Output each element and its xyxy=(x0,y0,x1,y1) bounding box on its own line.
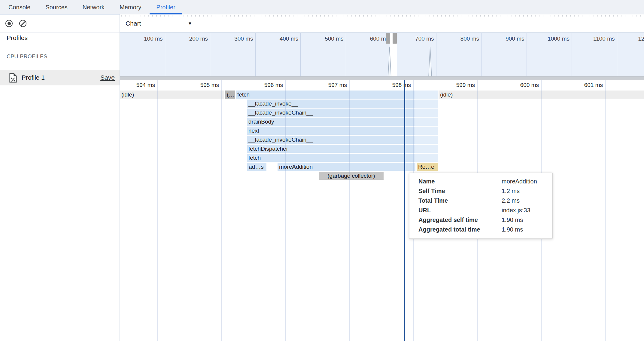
tooltip-value: 1.90 ms xyxy=(502,215,523,225)
tab-profiler[interactable]: Profiler xyxy=(150,0,182,14)
truncated-bar[interactable]: (… xyxy=(225,91,235,99)
flame-bar[interactable]: __facade_invokeChain__ xyxy=(247,109,438,117)
tooltip-value: moreAddition xyxy=(502,177,537,186)
flame-ruler-label: 601 ms xyxy=(566,80,603,90)
tooltip-row: Aggregated self time1.90 ms xyxy=(418,215,545,225)
tooltip-label: Aggregated total time xyxy=(418,225,502,234)
flame-gridline xyxy=(605,80,606,341)
tooltip-value: index.js:33 xyxy=(502,205,530,215)
tab-memory[interactable]: Memory xyxy=(113,0,148,14)
timeline-overview[interactable]: 100 ms200 ms300 ms400 ms500 ms600 ms700 … xyxy=(120,32,644,76)
flame-bar[interactable]: moreAddition xyxy=(278,163,415,171)
flame-ruler-label: 594 ms xyxy=(118,80,155,90)
profile-document-icon xyxy=(9,73,17,84)
flame-ruler-label: 597 ms xyxy=(310,80,347,90)
hot-bar[interactable]: Re…e xyxy=(417,163,438,171)
flame-bar[interactable]: ad…s xyxy=(247,163,266,171)
tab-console[interactable]: Console xyxy=(2,0,37,14)
flame-bar[interactable]: __facade_invoke__ xyxy=(247,100,438,108)
flame-ruler-label: 596 ms xyxy=(246,80,283,90)
flame-gridline xyxy=(221,80,222,341)
flame-gridline xyxy=(285,80,286,341)
flame-bar[interactable]: __facade_invokeChain__ xyxy=(247,136,438,144)
idle-bar: (idle) xyxy=(120,91,224,99)
clear-profiles-button[interactable] xyxy=(19,20,26,27)
chevron-down-icon: ▼ xyxy=(188,14,192,32)
tooltip-row: NamemoreAddition xyxy=(418,177,545,186)
overview-flame-divider xyxy=(120,76,644,80)
tooltip-row: URLindex.js:33 xyxy=(418,205,545,215)
tooltip-row: Self Time1.2 ms xyxy=(418,186,545,196)
playhead-line[interactable] xyxy=(404,80,405,341)
flame-bar[interactable]: fetchDispatcher xyxy=(247,145,438,153)
tab-network[interactable]: Network xyxy=(76,0,111,14)
profiles-sidebar: Profiles CPU PROFILES Profile 1 Save xyxy=(0,14,120,341)
flame-ruler-label: 598 ms xyxy=(374,80,411,90)
tooltip-label: Aggregated self time xyxy=(418,215,502,225)
flame-bar[interactable]: fetch xyxy=(247,154,438,162)
save-profile-link[interactable]: Save xyxy=(100,70,115,85)
flame-ruler-label: 600 ms xyxy=(502,80,539,90)
flame-ruler-label: 595 ms xyxy=(182,80,219,90)
tab-sources[interactable]: Sources xyxy=(39,0,74,14)
record-profile-button[interactable] xyxy=(5,20,13,27)
flame-gridline xyxy=(157,80,158,341)
tooltip-row: Total Time2.2 ms xyxy=(418,196,545,205)
profile-name: Profile 1 xyxy=(22,70,45,85)
tooltip-label: Name xyxy=(418,177,502,186)
flame-bar[interactable]: next xyxy=(247,127,438,135)
cpu-profiles-section-heading: CPU PROFILES xyxy=(7,54,47,60)
devtools-window: Console Sources Network Memory Profiler … xyxy=(0,0,644,341)
view-mode-value: Chart xyxy=(126,14,141,32)
cpu-activity-spikes xyxy=(120,33,644,76)
tooltip-value: 2.2 ms xyxy=(502,196,520,205)
flame-gridline xyxy=(349,80,350,341)
flame-bar[interactable]: fetch xyxy=(236,91,438,99)
profiles-heading: Profiles xyxy=(7,34,28,41)
sidebar-item-profile-1[interactable]: Profile 1 Save xyxy=(0,70,120,85)
sidebar-divider xyxy=(120,14,120,341)
devtools-tab-bar: Console Sources Network Memory Profiler xyxy=(0,0,644,14)
frame-details-tooltip: NamemoreAdditionSelf Time1.2 msTotal Tim… xyxy=(409,173,553,239)
tooltip-label: Self Time xyxy=(418,186,502,196)
view-mode-dropdown[interactable]: Chart ▼ xyxy=(120,14,644,32)
tooltip-label: URL xyxy=(418,205,502,215)
gc-bar[interactable]: (garbage collector) xyxy=(319,172,384,180)
profiler-toolbar xyxy=(0,14,120,32)
tooltip-value: 1.90 ms xyxy=(502,225,523,234)
tooltip-row: Aggregated total time1.90 ms xyxy=(418,225,545,234)
flame-ruler-label: 599 ms xyxy=(438,80,475,90)
tooltip-label: Total Time xyxy=(418,196,502,205)
flame-bar[interactable]: drainBody xyxy=(247,118,438,126)
tooltip-value: 1.2 ms xyxy=(502,186,520,196)
